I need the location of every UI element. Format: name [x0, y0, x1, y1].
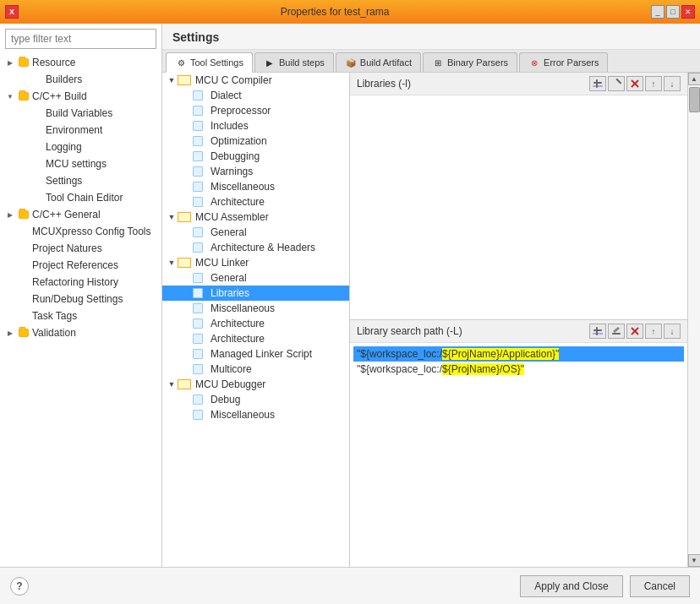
sidebar-item-project-references[interactable]: Project References	[0, 257, 161, 274]
maximize-button[interactable]: □	[666, 5, 680, 19]
tab-label: Build steps	[279, 57, 325, 68]
rtree-item-icon	[193, 196, 208, 208]
sidebar-item-project-natures[interactable]: Project Natures	[0, 240, 161, 257]
rtree-debug[interactable]: Debug	[162, 392, 349, 407]
libraries-up-btn[interactable]: ↑	[645, 76, 662, 91]
rtree-item-icon	[193, 394, 208, 405]
path-item-1[interactable]: "${workspace_loc:/${ProjName}/Applicatio…	[353, 346, 684, 362]
footer-left: ?	[10, 577, 29, 596]
sidebar-item-label: C/C++ Build	[32, 89, 87, 104]
sidebar-item-cpp-build[interactable]: ▼ C/C++ Build	[0, 88, 161, 105]
svg-rect-3	[615, 79, 621, 84]
libraries-edit-btn[interactable]	[608, 76, 625, 91]
tab-tool-settings[interactable]: ⚙ Tool Settings	[166, 52, 253, 73]
filter-input[interactable]	[5, 29, 156, 49]
rtree-preprocessor[interactable]: Preprocessor	[162, 103, 349, 118]
rtree-mcu-debugger[interactable]: ▼ MCU Debugger	[162, 377, 349, 392]
sidebar-item-resource[interactable]: ▶ Resource	[0, 54, 161, 71]
sidebar-item-label: Refactoring History	[32, 275, 118, 290]
sidebar-item-build-variables[interactable]: Build Variables	[0, 105, 161, 122]
sidebar-item-tool-chain-editor[interactable]: Tool Chain Editor	[0, 189, 161, 206]
rtree-debugging[interactable]: Debugging	[162, 149, 349, 164]
expander-resource: ▶	[3, 59, 17, 67]
vertical-scrollbar[interactable]: ▲ ▼	[687, 73, 700, 567]
sidebar-item-validation[interactable]: ▶ Validation	[0, 324, 161, 341]
libraries-delete-btn[interactable]	[626, 76, 643, 91]
svg-marker-10	[613, 327, 620, 333]
item-icon-mcuxpresso	[17, 225, 30, 238]
search-down-btn[interactable]: ↓	[664, 324, 681, 339]
rtree-optimization[interactable]: Optimization	[162, 133, 349, 149]
rtree-misc-dbg[interactable]: Miscellaneous	[162, 407, 349, 422]
close-button[interactable]: ✕	[681, 5, 695, 19]
properties-panel: Libraries (-l)	[350, 73, 687, 567]
rtree-arch-headers[interactable]: Architecture & Headers	[162, 240, 349, 255]
rtree-label: Debug	[211, 394, 240, 405]
rtree-libraries[interactable]: Libraries	[162, 286, 349, 301]
apply-close-button[interactable]: Apply and Close	[520, 575, 622, 597]
tab-build-steps[interactable]: ▶ Build steps	[254, 52, 334, 72]
rtree-arch-link[interactable]: Architecture	[162, 331, 349, 346]
sidebar-item-mcuxpresso[interactable]: MCUXpresso Config Tools	[0, 223, 161, 240]
libraries-down-btn[interactable]: ↓	[664, 76, 681, 91]
minimize-button[interactable]: _	[651, 5, 664, 19]
scroll-down-button[interactable]: ▼	[688, 554, 701, 567]
search-add-btn[interactable]	[589, 324, 606, 339]
sidebar-item-cpp-general[interactable]: ▶ C/C++ General	[0, 206, 161, 223]
path-item-2[interactable]: "${workspace_loc:/${ProjName}/OS}"	[353, 362, 684, 377]
rtree-label: Preprocessor	[211, 105, 271, 117]
tab-error-parsers[interactable]: ⊗ Error Parsers	[519, 52, 608, 72]
rtree-item-icon	[193, 181, 208, 193]
item-icon	[17, 292, 30, 306]
sidebar-item-label: MCU settings	[46, 156, 107, 171]
rtree-label: MCU C Compiler	[195, 74, 272, 86]
expander-validation: ▶	[3, 329, 17, 337]
rtree-general-link[interactable]: General	[162, 270, 349, 286]
sidebar-item-builders[interactable]: Builders	[0, 71, 161, 88]
libraries-add-btn[interactable]	[589, 76, 606, 91]
rtree-warnings[interactable]: Warnings	[162, 164, 349, 179]
sidebar-item-label: Project Natures	[32, 241, 102, 256]
rtree-misc-cc[interactable]: Miscellaneous	[162, 179, 349, 194]
sidebar-item-run-debug[interactable]: Run/Debug Settings	[0, 291, 161, 307]
rtree-mcu-c-compiler[interactable]: ▼ MCU C Compiler	[162, 73, 349, 88]
svg-rect-9	[612, 333, 621, 335]
sidebar-item-environment[interactable]: Environment	[0, 122, 161, 139]
libraries-section: Libraries (-l)	[350, 73, 687, 320]
search-up-btn[interactable]: ↑	[645, 324, 662, 339]
rtree-item-icon	[193, 105, 208, 117]
rtree-mcu-assembler[interactable]: ▼ MCU Assembler	[162, 209, 349, 225]
scroll-up-button[interactable]: ▲	[688, 73, 701, 85]
rtree-dialect[interactable]: Dialect	[162, 88, 349, 103]
item-icon	[17, 275, 30, 289]
sidebar-item-task-tags[interactable]: Task Tags	[0, 307, 161, 324]
rtree-mcu-linker[interactable]: ▼ MCU Linker	[162, 255, 349, 270]
sidebar-item-settings[interactable]: Settings	[0, 172, 161, 189]
sidebar-item-mcu-settings[interactable]: MCU settings	[0, 155, 161, 172]
path-text-2: "${workspace_loc:/${ProjName}/OS}"	[357, 363, 524, 375]
cancel-button[interactable]: Cancel	[630, 575, 690, 597]
help-button[interactable]: ?	[10, 577, 29, 596]
library-search-section: Library search path (-L)	[350, 320, 687, 567]
rtree-item-icon	[193, 287, 208, 299]
search-delete-btn[interactable]	[626, 324, 643, 339]
rtree-expander: ▼	[166, 258, 178, 267]
rtree-label: Miscellaneous	[211, 181, 275, 193]
tab-binary-parsers[interactable]: ⊞ Binary Parsers	[423, 52, 517, 72]
rtree-multicore[interactable]: Multicore	[162, 362, 349, 377]
rtree-label: Architecture	[211, 333, 265, 345]
item-icon	[30, 123, 44, 137]
tab-build-artifact[interactable]: 📦 Build Artifact	[336, 52, 421, 72]
sidebar-item-logging[interactable]: Logging	[0, 139, 161, 155]
rtree-label: Multicore	[211, 363, 252, 375]
rtree-shared-library[interactable]: Architecture	[162, 316, 349, 331]
rtree-general-asm[interactable]: General	[162, 225, 349, 240]
scroll-thumb[interactable]	[689, 87, 700, 112]
sidebar-item-refactoring[interactable]: Refactoring History	[0, 274, 161, 291]
rtree-includes[interactable]: Includes	[162, 118, 349, 133]
rtree-item-icon	[193, 333, 208, 345]
rtree-managed-linker[interactable]: Managed Linker Script	[162, 346, 349, 362]
search-edit-btn[interactable]	[608, 324, 625, 339]
rtree-misc-link[interactable]: Miscellaneous	[162, 301, 349, 316]
rtree-arch-cc[interactable]: Architecture	[162, 194, 349, 209]
